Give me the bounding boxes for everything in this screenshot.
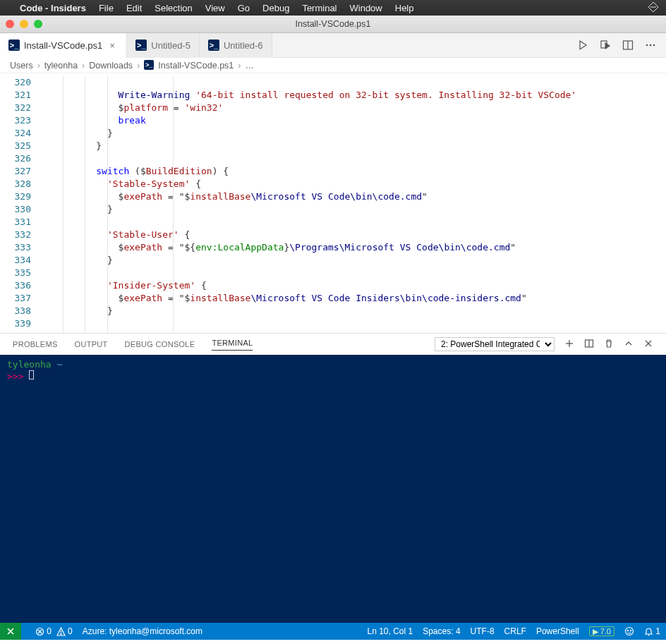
status-bar: 0 0 Azure: tyleonha@microsoft.com Ln 10,… (0, 623, 666, 640)
status-indent[interactable]: Spaces: 4 (423, 626, 460, 636)
svg-point-17 (625, 628, 633, 636)
status-warnings-count: 0 (68, 626, 73, 636)
menubar-tray-icon[interactable] (648, 1, 659, 15)
new-terminal-icon[interactable] (564, 339, 574, 350)
editor-tabs: >_ Install-VSCode.ps1 × >_ Untitled-5 >_… (0, 33, 666, 58)
svg-point-3 (646, 44, 648, 47)
status-notifications-count: 1 (655, 626, 660, 636)
code-area[interactable]: Write-Warning '64-bit install requested … (35, 73, 666, 333)
menu-go[interactable]: Go (238, 3, 250, 13)
tab-label: Install-VSCode.ps1 (24, 40, 102, 51)
status-encoding[interactable]: UTF-8 (471, 626, 495, 636)
terminal-user: tyleonha (7, 359, 52, 370)
line-gutter: 3203213223233243253263273283293303313323… (0, 73, 35, 333)
run-icon[interactable] (577, 40, 588, 51)
status-azure[interactable]: Azure: tyleonha@microsoft.com (83, 626, 202, 636)
panel-close-icon[interactable] (643, 339, 653, 350)
tab-install-vscode[interactable]: >_ Install-VSCode.ps1 × (0, 33, 127, 58)
window-title: Install-VSCode.ps1 (295, 19, 370, 29)
panel-tab-problems[interactable]: PROBLEMS (13, 340, 58, 348)
vscode-window: Install-VSCode.ps1 >_ Install-VSCode.ps1… (0, 16, 666, 644)
code-editor[interactable]: 3203213223233243253263273283293303313323… (0, 73, 666, 333)
split-editor-icon[interactable] (622, 40, 634, 51)
terminal[interactable]: tyleonha ~ >>> (0, 355, 666, 623)
powershell-file-icon: >_ (208, 40, 219, 51)
menu-view[interactable]: View (205, 3, 225, 13)
menu-selection[interactable]: Selection (155, 3, 192, 13)
macos-menubar: Code - Insiders File Edit Selection View… (0, 0, 666, 16)
status-eol[interactable]: CRLF (504, 626, 526, 636)
breadcrumb-file[interactable]: Install-VSCode.ps1 (158, 61, 234, 71)
svg-point-5 (653, 44, 655, 47)
split-terminal-icon[interactable] (584, 339, 594, 350)
breadcrumb[interactable]: Users› tyleonha› Downloads› >_ Install-V… (0, 58, 666, 73)
menu-window[interactable]: Window (350, 3, 382, 13)
menu-terminal[interactable]: Terminal (302, 3, 337, 13)
window-close-icon[interactable] (6, 20, 14, 28)
breadcrumb-part[interactable]: Users (10, 61, 33, 71)
menu-file[interactable]: File (99, 3, 114, 13)
window-minimize-icon[interactable] (20, 20, 28, 28)
breadcrumb-part[interactable]: tyleonha (44, 61, 78, 71)
panel-maximize-icon[interactable] (624, 339, 634, 350)
status-ps-version[interactable]: ▶ 7.0 (589, 626, 614, 636)
breadcrumb-tail[interactable]: … (245, 61, 254, 71)
status-notifications[interactable]: 1 (644, 626, 660, 636)
panel-tab-output[interactable]: OUTPUT (75, 340, 108, 348)
terminal-prompt: >>> (7, 371, 23, 382)
app-name[interactable]: Code - Insiders (20, 3, 86, 13)
tab-label: Untitled-6 (224, 40, 263, 51)
terminal-selector[interactable]: 2: PowerShell Integrated Con (435, 337, 555, 351)
window-zoom-icon[interactable] (34, 20, 42, 28)
status-feedback-icon[interactable] (624, 626, 634, 637)
powershell-file-icon: >_ (135, 40, 147, 51)
tab-untitled-5[interactable]: >_ Untitled-5 (127, 33, 200, 58)
panel-tabs: PROBLEMS OUTPUT DEBUG CONSOLE TERMINAL 2… (0, 334, 666, 355)
powershell-file-icon: >_ (8, 40, 20, 51)
tab-close-icon[interactable]: × (107, 40, 118, 51)
panel-tab-debug-console[interactable]: DEBUG CONSOLE (125, 340, 195, 348)
menu-help[interactable]: Help (395, 3, 414, 13)
terminal-cwd: ~ (56, 359, 62, 370)
terminal-cursor (29, 370, 34, 379)
tab-label: Untitled-5 (151, 40, 190, 51)
menu-debug[interactable]: Debug (262, 3, 289, 13)
more-actions-icon[interactable] (645, 40, 656, 51)
kill-terminal-icon[interactable] (604, 339, 614, 350)
svg-point-4 (650, 44, 652, 47)
status-language[interactable]: PowerShell (536, 626, 579, 636)
svg-point-18 (627, 631, 628, 631)
status-errors-count: 0 (47, 626, 52, 636)
bottom-panel: PROBLEMS OUTPUT DEBUG CONSOLE TERMINAL 2… (0, 333, 666, 623)
tab-untitled-6[interactable]: >_ Untitled-6 (200, 33, 272, 58)
panel-tab-terminal[interactable]: TERMINAL (212, 339, 253, 351)
status-problems[interactable]: 0 0 (35, 626, 73, 636)
svg-point-16 (61, 634, 61, 635)
run-selection-icon[interactable] (600, 40, 611, 51)
powershell-file-icon: >_ (144, 60, 154, 70)
breadcrumb-part[interactable]: Downloads (89, 61, 133, 71)
remote-indicator-icon[interactable] (0, 623, 21, 640)
svg-point-19 (630, 631, 631, 631)
menu-edit[interactable]: Edit (126, 3, 142, 13)
status-cursor[interactable]: Ln 10, Col 1 (367, 626, 413, 636)
window-titlebar[interactable]: Install-VSCode.ps1 (0, 16, 666, 33)
